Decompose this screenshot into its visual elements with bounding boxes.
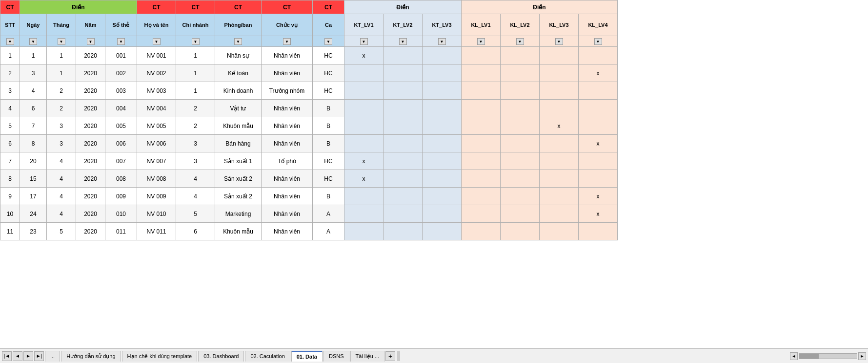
table-cell [540,223,579,240]
filter-kl-lv4[interactable]: ▼ [579,36,618,47]
filter-btn-ho-va-ten[interactable]: ▼ [153,38,161,45]
table-cell: 6 [0,135,20,152]
table-cell: 4 [176,170,215,188]
scroll-left-btn[interactable]: ◄ [790,352,798,360]
table-cell: 6 [176,223,215,240]
filter-row: ▼ ▼ ▼ ▼ ▼ ▼ ▼ ▼ ▼ ▼ ▼ ▼ ▼ ▼ ▼ ▼ ▼ [0,36,618,47]
filter-ca[interactable]: ▼ [313,36,344,47]
tab-nav-prev[interactable]: ◄ [13,351,22,361]
filter-thang[interactable]: ▼ [47,36,76,47]
sheet-tab[interactable]: 01. Data [291,351,323,362]
filter-btn-phong-ban[interactable]: ▼ [234,38,242,45]
table-cell: 4 [20,82,47,100]
sheet-tab[interactable]: ... [45,351,60,362]
filter-btn-thang[interactable]: ▼ [58,38,65,45]
table-cell: Kinh doanh [215,82,262,100]
cat-ct-stt: CT [0,0,20,14]
table-cell: 5 [176,205,215,223]
table-cell: 1 [47,47,76,64]
filter-btn-kl-lv2[interactable]: ▼ [516,38,524,45]
filter-btn-kt-lv3[interactable]: ▼ [438,38,446,45]
table-cell: 011 [105,223,137,240]
table-cell [423,152,462,170]
table-cell: 20 [20,152,47,170]
filter-btn-stt[interactable]: ▼ [6,38,14,45]
add-tab-button[interactable]: + [385,351,395,361]
scroll-right-btn[interactable]: ► [858,352,866,360]
scroll-track[interactable] [799,353,857,359]
filter-ho-va-ten[interactable]: ▼ [137,36,176,47]
filter-chi-nhanh[interactable]: ▼ [176,36,215,47]
filter-ngay[interactable]: ▼ [20,36,47,47]
table-row: 1112020001NV 0011Nhân sựNhân viênHCx [0,47,618,64]
table-cell: 4 [47,170,76,188]
header-ngay: Ngày [20,14,47,36]
table-cell: Vật tư [215,100,262,117]
table-cell: NV 004 [137,100,176,117]
table-cell: 2020 [76,117,105,135]
category-header-row: CT Điền CT CT CT CT CT Điền Điền [0,0,618,14]
filter-btn-nam[interactable]: ▼ [87,38,95,45]
table-cell: 1 [47,64,76,82]
filter-btn-kl-lv4[interactable]: ▼ [594,38,602,45]
filter-btn-ca[interactable]: ▼ [324,38,332,45]
table-cell [501,64,540,82]
table-cell [384,82,423,100]
tab-nav-last[interactable]: ►| [34,351,44,361]
table-area[interactable]: CT Điền CT CT CT CT CT Điền Điền STT Ngà… [0,0,868,348]
header-phong-ban: Phòng/ban [215,14,262,36]
filter-btn-kl-lv3[interactable]: ▼ [555,38,563,45]
filter-kt-lv1[interactable]: ▼ [344,36,384,47]
filter-kl-lv2[interactable]: ▼ [501,36,540,47]
table-cell: A [313,205,344,223]
table-cell [423,117,462,135]
filter-btn-ngay[interactable]: ▼ [29,38,37,45]
table-cell: 1 [176,47,215,64]
filter-kl-lv3[interactable]: ▼ [540,36,579,47]
sheet-tab[interactable]: Hướng dẫn sử dụng [61,351,121,362]
filter-chuc-vu[interactable]: ▼ [262,36,313,47]
table-cell [540,64,579,82]
table-cell [384,135,423,152]
sheet-tab[interactable]: Tài liệu ... [350,351,385,362]
filter-stt[interactable]: ▼ [0,36,20,47]
table-cell: NV 008 [137,170,176,188]
filter-kt-lv2[interactable]: ▼ [384,36,423,47]
filter-so-the[interactable]: ▼ [105,36,137,47]
cat-dien-kl: Điền [462,0,618,14]
sheet-tab[interactable]: Hạn chế khi dùng template [122,351,198,362]
filter-btn-chi-nhanh[interactable]: ▼ [192,38,200,45]
filter-kl-lv1[interactable]: ▼ [462,36,501,47]
sheet-tab[interactable]: 02. Caculation [245,351,290,362]
table-cell [462,135,501,152]
table-cell: 4 [0,100,20,117]
table-cell: B [313,188,344,205]
table-cell: B [313,117,344,135]
filter-kt-lv3[interactable]: ▼ [423,36,462,47]
sheet-tab[interactable]: DSNS [323,351,349,362]
table-cell: 2 [47,100,76,117]
table-cell: Nhân viên [262,47,313,64]
tab-nav-first[interactable]: |◄ [2,351,12,361]
table-cell [540,100,579,117]
table-cell [384,64,423,82]
filter-btn-kl-lv1[interactable]: ▼ [477,38,485,45]
filter-btn-kt-lv2[interactable]: ▼ [399,38,407,45]
sheet-tab[interactable]: 03. Dashboard [198,351,244,362]
table-cell: HC [313,152,344,170]
cat-ct-chuc: CT [262,0,313,14]
table-cell [501,47,540,64]
filter-btn-chuc-vu[interactable]: ▼ [283,38,291,45]
table-cell [501,135,540,152]
tab-nav-next[interactable]: ► [23,351,33,361]
filter-btn-so-the[interactable]: ▼ [117,38,125,45]
filter-phong-ban[interactable]: ▼ [215,36,262,47]
table-cell [462,117,501,135]
filter-btn-kt-lv1[interactable]: ▼ [360,38,368,45]
table-cell: 2020 [76,100,105,117]
table-cell: x [579,64,618,82]
table-cell [384,170,423,188]
filter-nam[interactable]: ▼ [76,36,105,47]
table-cell: 11 [0,223,20,240]
table-cell: 004 [105,100,137,117]
